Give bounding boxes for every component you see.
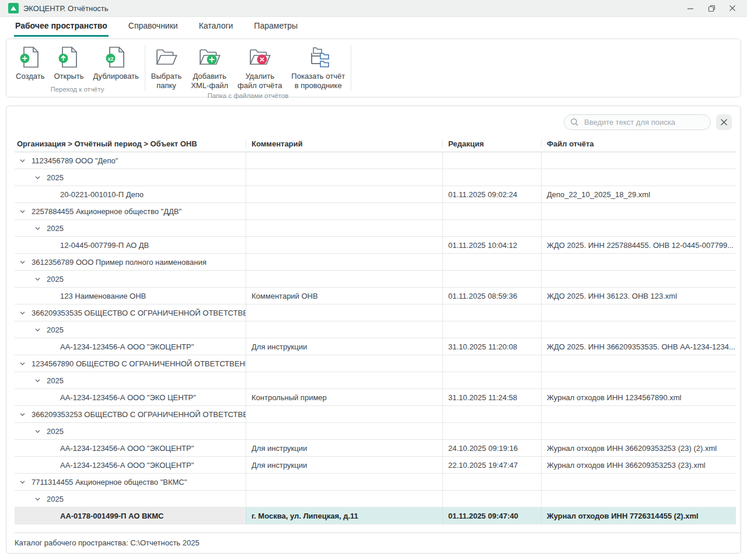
- table-row[interactable]: 2025: [15, 169, 736, 186]
- table-row[interactable]: АА-1234-123456-А ООО "ЭКО ЦЕНТР"Контроль…: [15, 389, 736, 406]
- chevron-down-icon[interactable]: [33, 326, 41, 334]
- tab-directories[interactable]: Справочники: [127, 18, 179, 37]
- tree-node-cell: 2257884455 Акционерное общество "ДДВ": [15, 203, 246, 219]
- folder-open-icon: [154, 45, 179, 69]
- table-row[interactable]: АА-1234-123456-А ООО "ЭКОЦЕНТР"Для инстр…: [15, 338, 736, 355]
- tree-item-label: 7711314455 Акционерное общество "ВКМС": [32, 478, 187, 487]
- table-row[interactable]: 2025: [15, 271, 736, 288]
- column-header-file[interactable]: Файл отчёта: [541, 139, 736, 148]
- chevron-down-icon[interactable]: [18, 309, 26, 317]
- chevron-down-icon[interactable]: [18, 157, 26, 164]
- table-row[interactable]: 2257884455 Акционерное общество "ДДВ": [15, 203, 736, 220]
- comment-cell: Для инструкции: [246, 338, 442, 355]
- table-row[interactable]: 7711314455 Акционерное общество "ВКМС": [15, 474, 736, 491]
- add-xml-file-button[interactable]: Добавить XML-файл: [186, 43, 233, 91]
- tab-catalogs[interactable]: Каталоги: [198, 18, 235, 37]
- open-report-button[interactable]: Открыть: [49, 43, 88, 81]
- chevron-down-icon[interactable]: [33, 275, 41, 283]
- revision-cell: 24.10.2025 09:19:16: [442, 440, 541, 456]
- tree-node-cell: 1234567890 ОБЩЕСТВО С ОГРАНИЧЕННОЙ ОТВЕТ…: [15, 355, 246, 372]
- window-title: ЭКОЦЕНТР. Отчётность: [23, 4, 109, 13]
- table-row[interactable]: 2025: [15, 491, 736, 508]
- column-header-tree[interactable]: Организация > Отчётный период > Объект О…: [15, 139, 246, 148]
- revision-cell: [442, 321, 541, 338]
- table-row[interactable]: 3612356789 ООО Пример полного наименован…: [15, 254, 736, 271]
- restore-button[interactable]: [703, 1, 720, 15]
- button-label: Удалить файл отчёта: [238, 72, 282, 91]
- table-row[interactable]: 12-0445-007799-П АО ДВ01.11.2025 10:04:1…: [15, 237, 736, 254]
- comment-cell: Комментарий ОНВ: [246, 288, 442, 304]
- revision-cell: [442, 169, 541, 186]
- chevron-down-icon[interactable]: [33, 225, 41, 232]
- tree-item-label: 2025: [47, 427, 64, 436]
- chevron-down-icon[interactable]: [18, 411, 26, 418]
- search-input[interactable]: [564, 114, 711, 130]
- chevron-down-icon[interactable]: [33, 495, 41, 503]
- chevron-down-icon[interactable]: [18, 360, 26, 368]
- chevron-down-icon[interactable]: [33, 174, 41, 181]
- revision-cell: [442, 406, 541, 422]
- tree-leaf-cell: АА-1234-123456-А ООО "ЭКОЦЕНТР": [15, 440, 246, 456]
- table-row[interactable]: АА-1234-123456-А ООО "ЭКОЦЕНТР"Для инстр…: [15, 440, 736, 457]
- comment-cell: [246, 169, 442, 186]
- revision-cell: 22.10.2025 19:47:47: [442, 457, 541, 473]
- titlebar: ЭКОЦЕНТР. Отчётность: [0, 0, 747, 17]
- table-row[interactable]: 366209353253 ОБЩЕСТВО С ОГРАНИЧЕННОЙ ОТВ…: [15, 406, 736, 423]
- show-report-in-explorer-button[interactable]: Показать отчёт в проводнике: [287, 43, 350, 91]
- table-row[interactable]: 2025: [15, 423, 736, 440]
- select-folder-button[interactable]: Выбрать папку: [146, 43, 186, 91]
- close-button[interactable]: [724, 1, 741, 15]
- comment-cell: [246, 203, 442, 219]
- column-header-comment[interactable]: Комментарий: [246, 139, 442, 148]
- ribbon-group-caption: Переход к отчёту: [11, 85, 144, 94]
- revision-cell: [442, 271, 541, 287]
- tree-node-cell: 2025: [15, 169, 246, 186]
- tree-item-label: 123 Наименование ОНВ: [60, 292, 146, 300]
- table-row[interactable]: АА-1234-123456-А ООО "ЭКОЦЕНТР"Для инстр…: [15, 457, 736, 474]
- svg-text:x2: x2: [107, 56, 113, 62]
- revision-cell: [442, 372, 541, 388]
- tree-leaf-cell: 20-0221-001010-П Депо: [15, 186, 246, 202]
- button-label: Показать отчёт в проводнике: [291, 72, 345, 91]
- tree-item-label: 2025: [47, 275, 64, 284]
- comment-cell: [246, 423, 442, 439]
- comment-cell: Контрольный пример: [246, 389, 442, 405]
- tree-item-label: 2025: [47, 376, 64, 385]
- table-row[interactable]: 20-0221-001010-П Депо01.11.2025 09:02:24…: [15, 186, 736, 203]
- chevron-down-icon[interactable]: [18, 208, 26, 215]
- chevron-down-icon[interactable]: [33, 377, 41, 384]
- revision-cell: 31.10.2025 11:24:58: [442, 389, 541, 405]
- table-row[interactable]: 1123456789 ООО "Депо": [15, 152, 736, 169]
- clear-search-button[interactable]: [716, 114, 732, 130]
- chevron-down-icon[interactable]: [18, 258, 26, 266]
- duplicate-report-button[interactable]: x2 Дублировать: [88, 43, 143, 81]
- create-report-button[interactable]: Создать: [11, 43, 49, 81]
- table-row[interactable]: АА-0178-001499-П АО ВКМСг. Москва, ул. Л…: [15, 508, 736, 524]
- button-label: Добавить XML-файл: [191, 72, 228, 91]
- minimize-button[interactable]: [682, 1, 699, 15]
- file-cell: Журнал отходов ИНН 1234567890.xml: [541, 389, 736, 405]
- table-header: Организация > Отчётный период > Объект О…: [15, 136, 736, 152]
- table-row[interactable]: 1234567890 ОБЩЕСТВО С ОГРАНИЧЕННОЙ ОТВЕТ…: [15, 355, 736, 372]
- column-header-revision[interactable]: Редакция: [442, 139, 541, 148]
- table-row[interactable]: 2025: [15, 372, 736, 389]
- comment-cell: Для инструкции: [246, 440, 442, 456]
- app-logo-icon: [8, 3, 19, 13]
- tree-node-cell: 2025: [15, 271, 246, 287]
- tree-item-label: 366209353253 ОБЩЕСТВО С ОГРАНИЧЕННОЙ ОТВ…: [32, 410, 246, 419]
- delete-report-file-button[interactable]: Удалить файл отчёта: [233, 43, 287, 91]
- comment-cell: [246, 220, 442, 236]
- table-row[interactable]: 123 Наименование ОНВКомментарий ОНВ01.11…: [15, 288, 736, 304]
- table-row[interactable]: 366209353535 ОБЩЕСТВО С ОГРАНИЧЕННОЙ ОТВ…: [15, 304, 736, 321]
- tab-parameters[interactable]: Параметры: [253, 18, 299, 37]
- chevron-down-icon[interactable]: [18, 478, 26, 486]
- tab-workspace[interactable]: Рабочее пространство: [14, 18, 109, 37]
- file-cell: [541, 491, 736, 507]
- workspace-path-status: Каталог рабочего пространства: C:\Отчетн…: [6, 533, 741, 553]
- table-row[interactable]: 2025: [15, 220, 736, 237]
- comment-cell: [246, 406, 442, 422]
- table-row[interactable]: 2025: [15, 321, 736, 338]
- chevron-down-icon[interactable]: [33, 428, 41, 435]
- tree-node-cell: 2025: [15, 423, 246, 439]
- revision-cell: [442, 474, 541, 490]
